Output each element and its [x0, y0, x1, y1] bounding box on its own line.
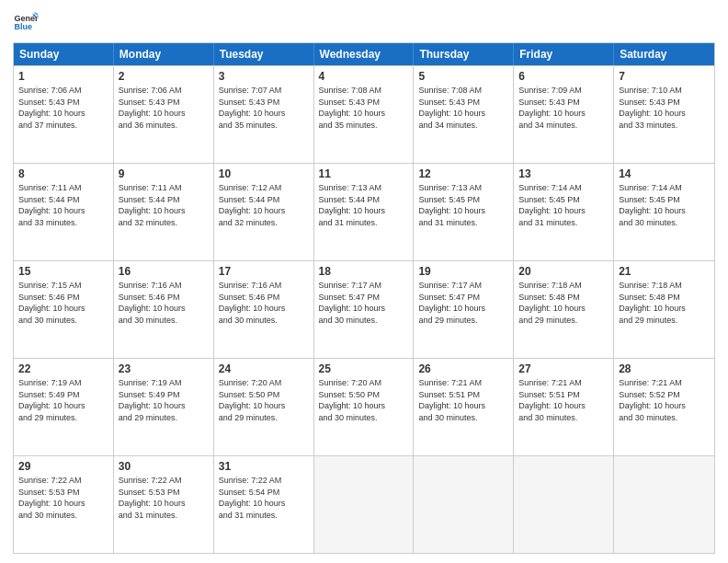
day-info: Sunrise: 7:13 AMSunset: 5:45 PMDaylight:… [418, 182, 508, 228]
day-info: Sunrise: 7:22 AMSunset: 5:54 PMDaylight:… [219, 475, 309, 521]
calendar-body: 1Sunrise: 7:06 AMSunset: 5:43 PMDaylight… [14, 65, 714, 553]
calendar-cell [414, 456, 514, 553]
calendar-cell: 31Sunrise: 7:22 AMSunset: 5:54 PMDayligh… [214, 456, 314, 553]
calendar-cell: 25Sunrise: 7:20 AMSunset: 5:50 PMDayligh… [314, 359, 415, 455]
header: General Blue [13, 9, 715, 35]
day-info: Sunrise: 7:19 AMSunset: 5:49 PMDaylight:… [119, 377, 209, 423]
day-number: 4 [319, 70, 409, 83]
day-number: 17 [219, 265, 309, 278]
calendar-cell: 14Sunrise: 7:14 AMSunset: 5:45 PMDayligh… [614, 164, 714, 260]
calendar: SundayMondayTuesdayWednesdayThursdayFrid… [13, 42, 715, 554]
calendar-cell: 21Sunrise: 7:18 AMSunset: 5:48 PMDayligh… [614, 261, 714, 358]
calendar-header-day: Wednesday [314, 43, 415, 65]
calendar-cell: 12Sunrise: 7:13 AMSunset: 5:45 PMDayligh… [414, 164, 514, 260]
day-info: Sunrise: 7:06 AMSunset: 5:43 PMDaylight:… [18, 85, 108, 131]
calendar-cell: 1Sunrise: 7:06 AMSunset: 5:43 PMDaylight… [14, 66, 114, 163]
calendar-week: 29Sunrise: 7:22 AMSunset: 5:53 PMDayligh… [14, 455, 714, 553]
day-info: Sunrise: 7:15 AMSunset: 5:46 PMDaylight:… [18, 280, 108, 326]
day-info: Sunrise: 7:07 AMSunset: 5:43 PMDaylight:… [219, 85, 309, 131]
calendar-cell: 3Sunrise: 7:07 AMSunset: 5:43 PMDaylight… [214, 66, 314, 163]
calendar-cell: 9Sunrise: 7:11 AMSunset: 5:44 PMDaylight… [114, 164, 214, 260]
calendar-cell [314, 456, 415, 553]
day-number: 24 [219, 362, 309, 375]
calendar-cell: 26Sunrise: 7:21 AMSunset: 5:51 PMDayligh… [414, 359, 514, 455]
calendar-header-day: Thursday [414, 43, 514, 65]
day-info: Sunrise: 7:22 AMSunset: 5:53 PMDaylight:… [119, 475, 209, 521]
day-number: 5 [418, 70, 508, 83]
calendar-cell: 10Sunrise: 7:12 AMSunset: 5:44 PMDayligh… [214, 164, 314, 260]
calendar-cell: 22Sunrise: 7:19 AMSunset: 5:49 PMDayligh… [14, 359, 114, 455]
calendar-cell: 18Sunrise: 7:17 AMSunset: 5:47 PMDayligh… [314, 261, 415, 358]
day-number: 23 [119, 362, 209, 375]
calendar-cell: 11Sunrise: 7:13 AMSunset: 5:44 PMDayligh… [314, 164, 415, 260]
day-info: Sunrise: 7:14 AMSunset: 5:45 PMDaylight:… [619, 182, 710, 228]
calendar-week: 8Sunrise: 7:11 AMSunset: 5:44 PMDaylight… [14, 163, 714, 260]
day-info: Sunrise: 7:08 AMSunset: 5:43 PMDaylight:… [319, 85, 409, 131]
calendar-cell: 27Sunrise: 7:21 AMSunset: 5:51 PMDayligh… [514, 359, 614, 455]
day-number: 28 [619, 362, 710, 375]
calendar-cell: 19Sunrise: 7:17 AMSunset: 5:47 PMDayligh… [414, 261, 514, 358]
calendar-cell: 4Sunrise: 7:08 AMSunset: 5:43 PMDaylight… [314, 66, 415, 163]
day-info: Sunrise: 7:11 AMSunset: 5:44 PMDaylight:… [119, 182, 209, 228]
day-info: Sunrise: 7:14 AMSunset: 5:45 PMDaylight:… [518, 182, 609, 228]
day-number: 27 [518, 362, 609, 375]
calendar-header-day: Monday [114, 43, 214, 65]
logo-icon: General Blue [13, 9, 39, 35]
day-number: 15 [18, 265, 108, 278]
day-number: 26 [418, 362, 508, 375]
day-number: 11 [319, 167, 409, 180]
calendar-cell [614, 456, 714, 553]
calendar-cell: 28Sunrise: 7:21 AMSunset: 5:52 PMDayligh… [614, 359, 714, 455]
day-number: 12 [418, 167, 508, 180]
day-number: 16 [119, 265, 209, 278]
day-info: Sunrise: 7:08 AMSunset: 5:43 PMDaylight:… [418, 85, 508, 131]
day-info: Sunrise: 7:17 AMSunset: 5:47 PMDaylight:… [319, 280, 409, 326]
calendar-header-day: Friday [514, 43, 614, 65]
calendar-cell: 15Sunrise: 7:15 AMSunset: 5:46 PMDayligh… [14, 261, 114, 358]
day-number: 3 [219, 70, 309, 83]
day-number: 22 [18, 362, 108, 375]
calendar-cell: 17Sunrise: 7:16 AMSunset: 5:46 PMDayligh… [214, 261, 314, 358]
calendar-cell: 30Sunrise: 7:22 AMSunset: 5:53 PMDayligh… [114, 456, 214, 553]
day-number: 30 [119, 460, 209, 473]
day-info: Sunrise: 7:20 AMSunset: 5:50 PMDaylight:… [319, 377, 409, 423]
day-info: Sunrise: 7:09 AMSunset: 5:43 PMDaylight:… [518, 85, 609, 131]
day-number: 20 [518, 265, 609, 278]
calendar-header-day: Saturday [614, 43, 714, 65]
day-number: 10 [219, 167, 309, 180]
day-info: Sunrise: 7:21 AMSunset: 5:52 PMDaylight:… [619, 377, 710, 423]
day-info: Sunrise: 7:10 AMSunset: 5:43 PMDaylight:… [619, 85, 710, 131]
calendar-header-day: Sunday [14, 43, 114, 65]
calendar-week: 15Sunrise: 7:15 AMSunset: 5:46 PMDayligh… [14, 260, 714, 358]
day-info: Sunrise: 7:21 AMSunset: 5:51 PMDaylight:… [518, 377, 609, 423]
day-number: 2 [119, 70, 209, 83]
day-info: Sunrise: 7:16 AMSunset: 5:46 PMDaylight:… [219, 280, 309, 326]
calendar-week: 22Sunrise: 7:19 AMSunset: 5:49 PMDayligh… [14, 358, 714, 455]
svg-text:Blue: Blue [14, 22, 32, 31]
day-number: 7 [619, 70, 710, 83]
day-number: 1 [18, 70, 108, 83]
calendar-cell: 24Sunrise: 7:20 AMSunset: 5:50 PMDayligh… [214, 359, 314, 455]
calendar-cell: 5Sunrise: 7:08 AMSunset: 5:43 PMDaylight… [414, 66, 514, 163]
page: General Blue SundayMondayTuesdayWednesda… [0, 0, 728, 563]
day-info: Sunrise: 7:06 AMSunset: 5:43 PMDaylight:… [119, 85, 209, 131]
day-number: 25 [319, 362, 409, 375]
day-number: 19 [418, 265, 508, 278]
calendar-cell: 2Sunrise: 7:06 AMSunset: 5:43 PMDaylight… [114, 66, 214, 163]
day-number: 18 [319, 265, 409, 278]
calendar-cell: 16Sunrise: 7:16 AMSunset: 5:46 PMDayligh… [114, 261, 214, 358]
day-number: 21 [619, 265, 710, 278]
day-info: Sunrise: 7:22 AMSunset: 5:53 PMDaylight:… [18, 475, 108, 521]
calendar-cell: 23Sunrise: 7:19 AMSunset: 5:49 PMDayligh… [114, 359, 214, 455]
day-number: 9 [119, 167, 209, 180]
day-info: Sunrise: 7:17 AMSunset: 5:47 PMDaylight:… [418, 280, 508, 326]
day-info: Sunrise: 7:16 AMSunset: 5:46 PMDaylight:… [119, 280, 209, 326]
calendar-week: 1Sunrise: 7:06 AMSunset: 5:43 PMDaylight… [14, 65, 714, 163]
day-number: 29 [18, 460, 108, 473]
day-number: 13 [518, 167, 609, 180]
day-info: Sunrise: 7:11 AMSunset: 5:44 PMDaylight:… [18, 182, 108, 228]
calendar-cell: 7Sunrise: 7:10 AMSunset: 5:43 PMDaylight… [614, 66, 714, 163]
calendar-cell: 13Sunrise: 7:14 AMSunset: 5:45 PMDayligh… [514, 164, 614, 260]
calendar-cell [514, 456, 614, 553]
day-info: Sunrise: 7:21 AMSunset: 5:51 PMDaylight:… [418, 377, 508, 423]
